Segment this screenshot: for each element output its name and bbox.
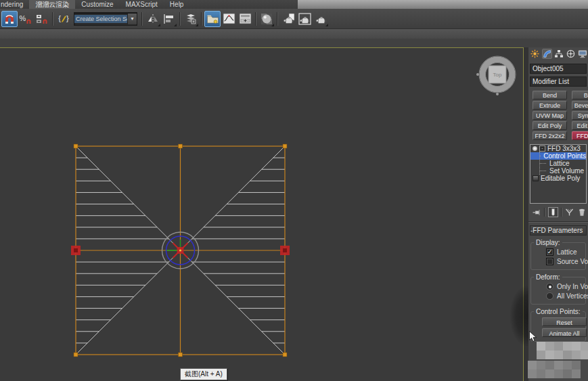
mosaic-cell [581, 342, 588, 351]
toolbar-separator [201, 12, 202, 26]
create-selection-set-dropdown[interactable]: Create Selection Se ▼ [74, 12, 137, 26]
display-group-label: Display: [534, 239, 562, 246]
reset-button[interactable]: Reset [542, 317, 587, 326]
tab-modify[interactable] [542, 49, 553, 59]
mosaic-cell [572, 361, 581, 369]
hierarchy-tab-icon [554, 49, 564, 58]
source-volume-checkbox[interactable]: ✓ [546, 258, 553, 265]
modifier-button-grid: Bend Bevel Extrude Bevel Profile UVW Map… [533, 91, 588, 140]
titlebar-light-band [298, 0, 588, 9]
snaps-toggle-button[interactable] [1, 11, 18, 27]
menu-maxscript[interactable]: MAXScript [120, 1, 164, 8]
align-button[interactable] [161, 11, 177, 27]
panel-separator [528, 221, 588, 223]
viewport-margin-strip [0, 39, 588, 47]
modifier-button-ffd-2x2x2[interactable]: FFD 2x2x2 [533, 131, 567, 140]
mosaic-cell [563, 342, 572, 351]
tab-display[interactable] [577, 49, 588, 59]
modifier-button-ffd-3x3x3[interactable]: FFD 3x3x3 [572, 131, 588, 140]
menu-cloud-render[interactable]: 溜溜云渲染 [29, 0, 75, 9]
editable-poly-icon [533, 175, 539, 181]
command-panel-tabs [528, 47, 588, 61]
modifier-button-uvw-map[interactable]: UVW Map [533, 111, 567, 120]
create-tab-icon [530, 49, 539, 58]
modifier-button-extrude[interactable]: Extrude [533, 101, 567, 110]
pencil-icon [61, 15, 66, 23]
viewport-canvas[interactable]: Top [0, 48, 523, 381]
mosaic-cell [537, 369, 545, 378]
schematic-view-button[interactable] [237, 11, 253, 27]
lattice-checkbox[interactable]: ✓ [546, 248, 553, 256]
object-name-field[interactable]: Object005 [530, 64, 587, 74]
modifier-button-bend[interactable]: Bend [533, 91, 567, 99]
menu-help[interactable]: Help [164, 1, 190, 8]
toolbar-separator [255, 12, 256, 26]
curve-editor-button[interactable] [221, 11, 237, 27]
source-volume-checkbox-label: Source Volume [557, 258, 588, 265]
modifier-list-dropdown[interactable]: Modifier List [530, 76, 587, 87]
stack-item-editable-poly[interactable]: Editable Poly [530, 175, 586, 182]
mosaic-cell [537, 361, 545, 369]
modifier-button-edit-spline[interactable]: Edit Spline [572, 121, 588, 130]
mosaic-cell [545, 369, 554, 378]
modifier-button-edit-poly[interactable]: Edit Poly [533, 121, 567, 130]
menu-rendering[interactable]: ndering [0, 1, 29, 8]
tab-hierarchy[interactable] [553, 49, 564, 59]
toolbar-separator [141, 12, 143, 26]
svg-text:Top: Top [493, 72, 502, 78]
toolbar-separator [277, 12, 278, 26]
all-vertices-radio-row[interactable]: All Vertices [546, 292, 585, 300]
mosaic-cell [554, 351, 563, 359]
all-vertices-radio[interactable] [546, 292, 553, 300]
percent-snap-button[interactable]: % [18, 11, 34, 27]
schematic-view-icon [239, 13, 252, 24]
material-editor-button[interactable] [258, 11, 275, 27]
mosaic-cell [581, 351, 588, 359]
make-unique-button[interactable] [565, 207, 574, 217]
render-production-button[interactable] [313, 11, 329, 27]
only-in-volume-radio[interactable] [546, 283, 553, 290]
modifier-enabled-bulb-icon[interactable] [533, 146, 537, 151]
spinner-snap-button[interactable] [34, 11, 50, 27]
remove-modifier-button[interactable] [577, 207, 587, 217]
stack-toolbar-separator [544, 208, 545, 217]
rendered-frame-window-button[interactable] [296, 11, 313, 27]
rollout-title: FFD Parameters [533, 227, 588, 234]
modifier-button-bevel-profile[interactable]: Bevel Profile [572, 101, 588, 110]
only-in-volume-radio-row[interactable]: Only In Volume [546, 283, 585, 290]
mosaic-cell [545, 351, 554, 359]
pin-stack-button[interactable] [532, 207, 541, 217]
animate-all-button[interactable]: Animate All [542, 328, 587, 337]
menu-customize[interactable]: Customize [75, 1, 119, 8]
modifier-button-symmetry[interactable]: Symmetry [572, 111, 588, 120]
tab-create[interactable] [530, 49, 541, 59]
mosaic-cell [563, 351, 572, 359]
scene-explorer-button[interactable] [204, 11, 221, 27]
layers-icon [185, 13, 197, 24]
edit-named-selection-sets-button[interactable]: { } [55, 11, 72, 27]
display-tab-icon [578, 49, 587, 58]
mouse-cursor [529, 331, 538, 342]
control-points-group: Control Points: Reset Animate All [530, 311, 586, 342]
tab-motion[interactable] [566, 49, 576, 59]
show-end-result-button[interactable] [548, 207, 558, 217]
modify-tab-icon [543, 49, 551, 58]
lattice-checkbox-row[interactable]: ✓ Lattice [546, 248, 585, 256]
collapse-minus-icon[interactable]: - [539, 145, 545, 152]
pin-icon [533, 209, 541, 216]
source-volume-checkbox-row[interactable]: ✓ Source Volume [546, 258, 585, 265]
modifier-button-bevel[interactable]: Bevel [572, 91, 588, 99]
control-points-group-label: Control Points: [534, 308, 583, 315]
toolbar-separator [52, 12, 53, 26]
mosaic-cell [528, 369, 537, 378]
only-in-volume-label: Only In Volume [557, 283, 588, 290]
mirror-button[interactable] [145, 11, 161, 27]
ffd-parameters-rollout-header[interactable]: - FFD Parameters [530, 225, 587, 236]
stack-tree-line [539, 152, 540, 175]
mosaic-cell [572, 369, 581, 378]
percent-icon: % [20, 15, 26, 22]
chevron-down-icon[interactable]: ▼ [127, 14, 137, 24]
viewport-top[interactable]: Top [0, 47, 524, 381]
layer-manager-button[interactable] [183, 11, 199, 27]
render-setup-button[interactable] [280, 11, 296, 27]
